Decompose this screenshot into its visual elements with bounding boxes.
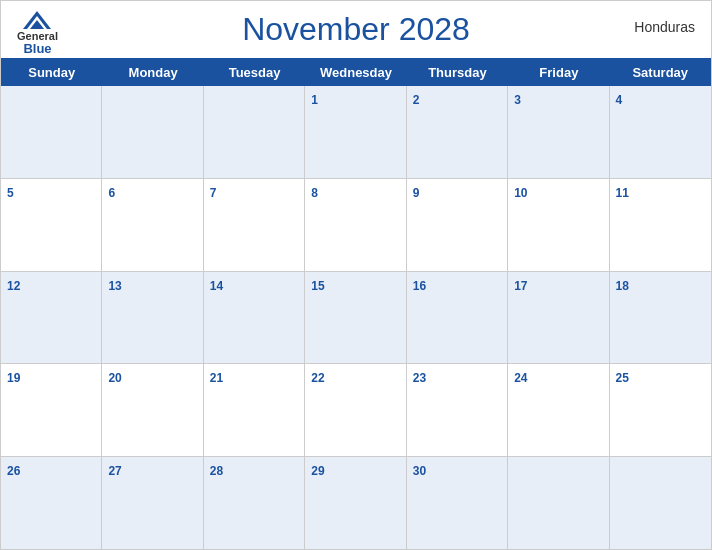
calendar-container: General Blue November 2028 Honduras Sund… bbox=[0, 0, 712, 550]
week-row-3: 12131415161718 bbox=[1, 272, 711, 365]
logo-blue: Blue bbox=[23, 42, 51, 55]
day-number: 8 bbox=[311, 186, 318, 200]
day-number: 29 bbox=[311, 464, 324, 478]
day-number: 26 bbox=[7, 464, 20, 478]
day-number: 12 bbox=[7, 279, 20, 293]
logo: General Blue bbox=[17, 11, 58, 55]
day-cell: 18 bbox=[610, 272, 711, 364]
day-number: 15 bbox=[311, 279, 324, 293]
day-cell: 7 bbox=[204, 179, 305, 271]
day-cell: 23 bbox=[407, 364, 508, 456]
day-cell bbox=[508, 457, 609, 549]
header-monday: Monday bbox=[102, 59, 203, 86]
day-cell: 22 bbox=[305, 364, 406, 456]
day-cell: 25 bbox=[610, 364, 711, 456]
day-cell: 20 bbox=[102, 364, 203, 456]
calendar-grid: Sunday Monday Tuesday Wednesday Thursday… bbox=[1, 58, 711, 549]
week-row-2: 567891011 bbox=[1, 179, 711, 272]
day-cell: 9 bbox=[407, 179, 508, 271]
day-cell: 27 bbox=[102, 457, 203, 549]
header-tuesday: Tuesday bbox=[204, 59, 305, 86]
day-number: 22 bbox=[311, 371, 324, 385]
day-number: 28 bbox=[210, 464, 223, 478]
day-number: 21 bbox=[210, 371, 223, 385]
day-number: 30 bbox=[413, 464, 426, 478]
header-friday: Friday bbox=[508, 59, 609, 86]
day-number: 20 bbox=[108, 371, 121, 385]
day-number: 19 bbox=[7, 371, 20, 385]
day-cell: 29 bbox=[305, 457, 406, 549]
day-cell: 15 bbox=[305, 272, 406, 364]
day-number: 10 bbox=[514, 186, 527, 200]
day-number: 13 bbox=[108, 279, 121, 293]
day-cell: 2 bbox=[407, 86, 508, 178]
logo-icon bbox=[23, 11, 51, 29]
day-cell: 11 bbox=[610, 179, 711, 271]
day-cell: 5 bbox=[1, 179, 102, 271]
day-cell: 26 bbox=[1, 457, 102, 549]
day-number: 5 bbox=[7, 186, 14, 200]
day-cell: 28 bbox=[204, 457, 305, 549]
day-number: 23 bbox=[413, 371, 426, 385]
day-cell bbox=[1, 86, 102, 178]
day-cell: 19 bbox=[1, 364, 102, 456]
day-headers-row: Sunday Monday Tuesday Wednesday Thursday… bbox=[1, 59, 711, 86]
day-cell: 21 bbox=[204, 364, 305, 456]
week-row-4: 19202122232425 bbox=[1, 364, 711, 457]
day-cell: 1 bbox=[305, 86, 406, 178]
day-cell: 17 bbox=[508, 272, 609, 364]
day-number: 4 bbox=[616, 93, 623, 107]
day-cell bbox=[102, 86, 203, 178]
day-cell bbox=[204, 86, 305, 178]
day-number: 16 bbox=[413, 279, 426, 293]
day-cell: 3 bbox=[508, 86, 609, 178]
day-number: 27 bbox=[108, 464, 121, 478]
day-number: 3 bbox=[514, 93, 521, 107]
day-number: 17 bbox=[514, 279, 527, 293]
day-number: 11 bbox=[616, 186, 629, 200]
day-number: 24 bbox=[514, 371, 527, 385]
week-row-1: 1234 bbox=[1, 86, 711, 179]
day-cell: 10 bbox=[508, 179, 609, 271]
country-label: Honduras bbox=[634, 19, 695, 35]
header-wednesday: Wednesday bbox=[305, 59, 406, 86]
day-cell bbox=[610, 457, 711, 549]
header-sunday: Sunday bbox=[1, 59, 102, 86]
day-number: 18 bbox=[616, 279, 629, 293]
header-thursday: Thursday bbox=[407, 59, 508, 86]
day-cell: 24 bbox=[508, 364, 609, 456]
calendar-header: General Blue November 2028 Honduras bbox=[1, 1, 711, 58]
day-number: 1 bbox=[311, 93, 318, 107]
day-cell: 12 bbox=[1, 272, 102, 364]
day-number: 2 bbox=[413, 93, 420, 107]
calendar-title: November 2028 bbox=[242, 11, 470, 48]
header-saturday: Saturday bbox=[610, 59, 711, 86]
day-cell: 6 bbox=[102, 179, 203, 271]
day-number: 9 bbox=[413, 186, 420, 200]
day-cell: 30 bbox=[407, 457, 508, 549]
day-number: 14 bbox=[210, 279, 223, 293]
day-cell: 16 bbox=[407, 272, 508, 364]
weeks-container: 1234567891011121314151617181920212223242… bbox=[1, 86, 711, 549]
day-cell: 14 bbox=[204, 272, 305, 364]
day-number: 6 bbox=[108, 186, 115, 200]
day-number: 7 bbox=[210, 186, 217, 200]
day-cell: 4 bbox=[610, 86, 711, 178]
day-number: 25 bbox=[616, 371, 629, 385]
day-cell: 8 bbox=[305, 179, 406, 271]
day-cell: 13 bbox=[102, 272, 203, 364]
week-row-5: 2627282930 bbox=[1, 457, 711, 549]
